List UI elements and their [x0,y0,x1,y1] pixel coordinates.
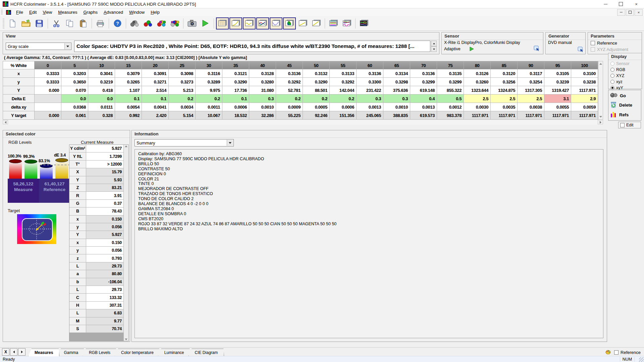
tab-cie-diagram[interactable]: CIE Diagram [189,349,224,356]
grid-vertical-scrollbar[interactable] [598,61,603,120]
edit-checkbox[interactable] [620,123,625,127]
grid-scroll-left[interactable] [3,120,8,124]
toolbar-view-gamma-alt2-button[interactable] [310,17,323,29]
menu-advanced[interactable]: Advanced [101,9,126,15]
information-dropdown-arrow[interactable] [227,140,233,146]
toolbar-view-color-temperature-button[interactable] [327,17,340,29]
display-radio-xyz-row[interactable]: XYZ [610,73,640,78]
minimize-button[interactable] [598,0,613,8]
view-type-dropdown-arrow[interactable] [64,43,71,49]
cell-y-target-50: 92.246 [303,111,330,120]
refs-button-label: Refs [619,112,629,117]
measure-row-value: 0.150 [86,216,123,223]
grid-scroll-down[interactable] [598,114,603,119]
reference-checkbox[interactable] [614,350,619,355]
view-type-value: Gray scale [8,44,29,49]
grid-scroll-up[interactable] [598,61,603,66]
information-view-dropdown[interactable]: Summary [135,139,234,146]
grid-horizontal-scrollbar[interactable] [3,120,603,125]
column-header-80: 80 [464,61,491,69]
sensor-run-icon[interactable] [469,47,474,51]
toolbar-run-measures-button[interactable] [199,17,212,29]
menu-edit[interactable]: Edit [26,9,40,15]
refs-button[interactable]: Refs [610,111,640,119]
display-radio-xyz[interactable] [610,74,614,78]
toolbar-view-luminance-curve-button[interactable] [270,17,282,29]
tab-rgb-levels[interactable]: RGB Levels [83,349,117,356]
toolbar-view-delta-curves-button[interactable] [340,17,353,29]
toolbar-view-dark-multi-button[interactable] [358,17,370,29]
toolbar-measure-primaries-button[interactable] [142,17,154,29]
measure-scroll-down[interactable] [125,339,127,340]
resize-grip[interactable] [639,357,644,362]
grid-scroll-right[interactable] [598,120,603,124]
toolbar-measure-grayscale-button[interactable] [128,17,141,29]
display-radio-rgb[interactable] [610,68,614,72]
cell-y-target-95: 1117.971 [544,111,571,120]
display-radio-rgb-row[interactable]: RGB [610,67,640,72]
go-button[interactable]: Go [610,91,640,100]
toolbar-paste-button[interactable] [77,17,90,29]
sensor-config-icon[interactable] [534,46,540,52]
toolbar-view-measures-grid-button[interactable] [216,17,229,29]
toolbar-new-file-button[interactable] [6,17,19,29]
info-scroll-spinner[interactable] [431,41,437,52]
measure-table-scrollbar[interactable] [123,145,128,341]
cell-y-100: 1117.971 [571,86,598,95]
info-scroll-up[interactable] [431,41,437,46]
cell-x-50: 0.3132 [303,69,330,78]
reference-checkbox-row[interactable]: Reference [614,350,641,355]
tab-gamma[interactable]: Gamma [57,349,85,356]
menu-measures[interactable]: Measures [55,9,80,15]
toolbar-save-button[interactable] [33,17,46,29]
menu-window[interactable]: Window [126,9,148,15]
menu-graphs[interactable]: Graphs [80,9,101,15]
tab-scroll-right-button[interactable] [18,348,25,356]
reference-checkbox-row[interactable]: Reference [591,41,639,46]
toolbar-open-file-button[interactable] [19,17,32,29]
toolbar-measure-free-button[interactable] [168,17,181,29]
display-radio-xyz[interactable] [610,80,614,84]
cell-y-target-30: 10.067 [196,111,222,120]
view-type-dropdown[interactable]: Gray scale [6,43,71,50]
info-scroll-down[interactable] [431,46,437,52]
display-radio-xyz-row[interactable]: xyz [610,79,640,84]
maximize-button[interactable] [613,0,629,8]
tab-scroll-left-button[interactable] [10,348,17,356]
toolbar-copy-button[interactable] [63,17,76,29]
toolbar-cut-button[interactable] [50,17,63,29]
measure-row-13: y0.056 [69,247,128,254]
display-radio-xyy-row[interactable]: xyY [610,85,640,90]
toolbar-view-gamma-alt-button[interactable] [297,17,309,29]
tab-color-temperature[interactable]: Color temperature [115,349,160,356]
measure-scroll-up[interactable] [125,145,127,147]
mdi-restore-button[interactable] [626,9,634,16]
generator-config-icon[interactable] [578,47,584,53]
cell-x-15: 0.3079 [115,69,142,78]
reference-checkbox[interactable] [591,41,595,45]
tab-luminance[interactable]: Luminance [158,349,191,356]
display-radio-xyy[interactable] [610,86,614,90]
menu-help[interactable]: Help [148,9,163,15]
toolbar-view-rgb-curves-button[interactable] [256,17,269,29]
toolbar-measure-secondaries-button[interactable] [155,17,168,29]
yellow-level-label: dE 3.4 [54,153,66,158]
column-header-5: 5 [61,61,88,69]
menu-file[interactable]: File [13,9,26,15]
svg-text:?: ? [116,21,119,26]
toolbar-view-cie-diagram-button[interactable] [283,17,296,29]
mdi-minimize-button[interactable] [617,9,625,16]
toolbar-print-button[interactable] [94,17,107,29]
toolbar-view-gamma-curve-button[interactable] [229,17,242,29]
toolbar-view-near-black-button[interactable] [243,17,256,29]
edit-label: Edit [626,123,634,127]
delete-button[interactable]: Delete [610,101,640,110]
tab-close-button[interactable]: X [2,348,9,356]
cell-y-90: 1317.305 [518,86,544,95]
mdi-close-button[interactable]: × [635,9,643,16]
toolbar-snapshot-button[interactable] [185,17,198,29]
toolbar-help-button[interactable]: ? [111,17,124,29]
close-button[interactable]: × [629,0,644,8]
menu-view[interactable]: View [40,9,55,15]
tab-measures[interactable]: Measures [28,349,59,356]
